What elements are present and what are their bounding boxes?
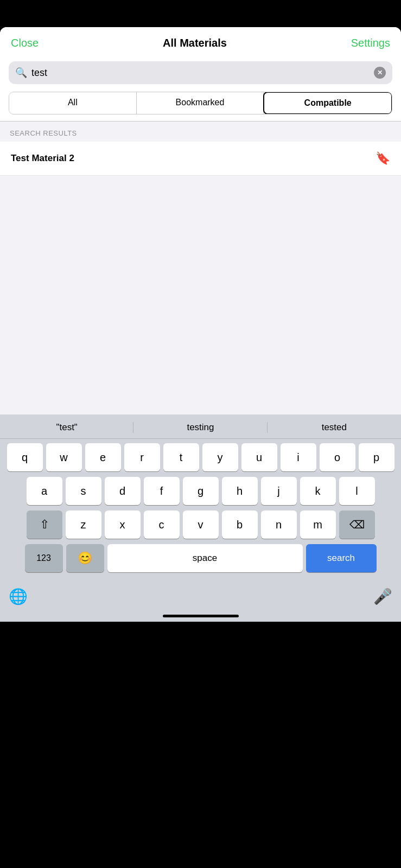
space-key[interactable]: space — [107, 544, 303, 572]
keyboard-rows: q w e r t y u i o p a s d f g h j k l ⇧ … — [0, 439, 401, 580]
autocomplete-bar: "test" testing tested — [0, 414, 401, 439]
key-u[interactable]: u — [241, 443, 277, 471]
key-e[interactable]: e — [85, 443, 121, 471]
backspace-key[interactable]: ⌫ — [339, 510, 375, 539]
segment-inner: All Bookmarked Compatible — [9, 92, 392, 114]
key-t[interactable]: t — [163, 443, 199, 471]
globe-icon[interactable]: 🌐 — [9, 588, 28, 605]
nav-header: Close All Materials Settings — [0, 27, 401, 57]
settings-button[interactable]: Settings — [351, 37, 390, 49]
key-c[interactable]: c — [144, 510, 180, 539]
close-button[interactable]: Close — [11, 37, 39, 49]
search-icon: 🔍 — [15, 67, 27, 79]
status-bar — [0, 0, 401, 27]
key-i[interactable]: i — [281, 443, 316, 471]
key-o[interactable]: o — [320, 443, 355, 471]
clear-search-button[interactable] — [374, 67, 386, 79]
key-x[interactable]: x — [105, 510, 141, 539]
key-v[interactable]: v — [183, 510, 219, 539]
key-z[interactable]: z — [66, 510, 101, 539]
emoji-key[interactable]: 😊 — [66, 544, 104, 572]
autocomplete-test-quoted[interactable]: "test" — [0, 420, 133, 435]
key-a[interactable]: a — [27, 477, 62, 505]
key-m[interactable]: m — [300, 510, 336, 539]
app-container: Close All Materials Settings 🔍 All Bookm… — [0, 27, 401, 414]
key-j[interactable]: j — [261, 477, 297, 505]
result-item-name: Test Material 2 — [11, 153, 74, 164]
key-h[interactable]: h — [222, 477, 258, 505]
search-bar: 🔍 — [9, 61, 392, 84]
keyboard-row-1: q w e r t y u i o p — [2, 443, 399, 471]
numbers-key[interactable]: 123 — [25, 544, 63, 572]
key-b[interactable]: b — [222, 510, 258, 539]
search-bar-container: 🔍 — [0, 57, 401, 92]
key-y[interactable]: y — [202, 443, 238, 471]
key-d[interactable]: d — [105, 477, 141, 505]
home-indicator — [0, 610, 401, 622]
key-n[interactable]: n — [261, 510, 297, 539]
key-q[interactable]: q — [7, 443, 43, 471]
home-bar — [163, 615, 239, 617]
key-l[interactable]: l — [339, 477, 375, 505]
results-area: SEARCH RESULTS Test Material 2 🔖 — [0, 122, 401, 414]
segment-compatible[interactable]: Compatible — [263, 92, 392, 114]
search-key[interactable]: search — [306, 544, 377, 572]
keyboard-row-3: ⇧ z x c v b n m ⌫ — [2, 510, 399, 539]
page-title: All Materials — [163, 37, 227, 49]
key-f[interactable]: f — [144, 477, 180, 505]
segment-control: All Bookmarked Compatible — [0, 92, 401, 121]
results-section-header: SEARCH RESULTS — [0, 122, 401, 142]
bottom-bar: 🌐 🎤 — [0, 580, 401, 610]
key-g[interactable]: g — [183, 477, 219, 505]
key-k[interactable]: k — [300, 477, 336, 505]
keyboard-row-4: 123 😊 space search — [2, 544, 399, 572]
mic-icon[interactable]: 🎤 — [373, 588, 392, 605]
segment-bookmarked[interactable]: Bookmarked — [137, 92, 264, 114]
keyboard-area: "test" testing tested q w e r t y u i o … — [0, 414, 401, 622]
key-p[interactable]: p — [359, 443, 394, 471]
key-s[interactable]: s — [66, 477, 101, 505]
key-w[interactable]: w — [46, 443, 82, 471]
search-input[interactable] — [31, 67, 370, 79]
segment-all[interactable]: All — [9, 92, 136, 114]
keyboard-row-2: a s d f g h j k l — [2, 477, 399, 505]
autocomplete-testing[interactable]: testing — [133, 420, 267, 435]
autocomplete-tested[interactable]: tested — [268, 420, 401, 435]
key-r[interactable]: r — [124, 443, 160, 471]
shift-key[interactable]: ⇧ — [27, 510, 62, 539]
result-item[interactable]: Test Material 2 🔖 — [0, 142, 401, 176]
bookmark-icon[interactable]: 🔖 — [375, 151, 390, 165]
